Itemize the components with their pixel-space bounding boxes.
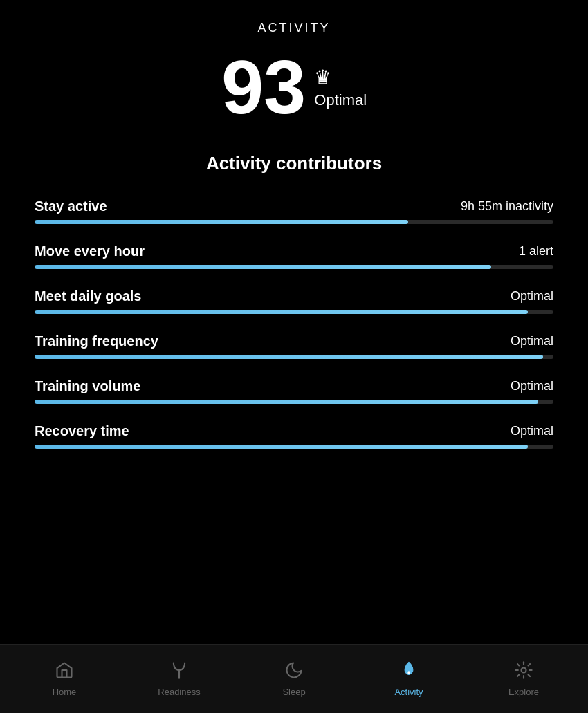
contributor-header: Training frequency Optimal	[35, 333, 553, 349]
crown-icon: ♛	[314, 66, 331, 89]
progress-bar-fill	[35, 220, 408, 224]
contributor-item: Stay active 9h 55m inactivity	[35, 198, 553, 224]
nav-icon-home	[55, 660, 74, 683]
nav-item-activity[interactable]: Activity	[351, 655, 466, 703]
contributor-value: 1 alert	[519, 244, 553, 259]
nav-label: Explore	[508, 687, 539, 697]
score-label: Optimal	[314, 91, 367, 109]
nav-icon-readiness	[169, 660, 189, 683]
page-title: ACTIVITY	[257, 21, 330, 35]
contributor-header: Meet daily goals Optimal	[35, 288, 553, 304]
main-content: ACTIVITY 93 ♛ Optimal Activity contribut…	[0, 0, 588, 644]
progress-bar-fill	[35, 445, 528, 449]
svg-line-8	[517, 675, 519, 676]
contributor-value: Optimal	[511, 334, 553, 349]
contributor-item: Training volume Optimal	[35, 378, 553, 404]
bottom-nav: Home Readiness Sleep Activity Explore	[0, 644, 588, 713]
nav-item-home[interactable]: Home	[7, 655, 122, 703]
progress-bar-bg	[35, 400, 553, 404]
score-meta: ♛ Optimal	[314, 66, 367, 109]
contributor-name: Stay active	[35, 198, 107, 214]
contributor-name: Training volume	[35, 378, 140, 394]
progress-bar-fill	[35, 265, 491, 269]
contributor-name: Training frequency	[35, 333, 158, 349]
contributor-item: Recovery time Optimal	[35, 423, 553, 449]
nav-item-sleep[interactable]: Sleep	[237, 655, 351, 703]
nav-icon-activity	[399, 660, 419, 683]
nav-item-explore[interactable]: Explore	[466, 655, 581, 703]
contributor-value: Optimal	[511, 424, 553, 438]
nav-label: Readiness	[158, 687, 200, 697]
nav-icon-sleep	[284, 660, 304, 683]
score-section: 93 ♛ Optimal	[221, 49, 367, 125]
contributors-list: Stay active 9h 55m inactivity Move every…	[35, 198, 553, 449]
contributor-value: 9h 55m inactivity	[461, 199, 553, 214]
progress-bar-bg	[35, 220, 553, 224]
nav-label: Sleep	[282, 687, 305, 697]
progress-bar-bg	[35, 445, 553, 449]
progress-bar-fill	[35, 400, 538, 404]
progress-bar-fill	[35, 355, 543, 359]
contributor-name: Recovery time	[35, 423, 129, 439]
contributor-name: Move every hour	[35, 243, 145, 259]
nav-icon-explore	[514, 660, 533, 683]
score-number: 93	[221, 49, 306, 125]
svg-line-7	[529, 664, 530, 665]
progress-bar-bg	[35, 355, 553, 359]
progress-bar-fill	[35, 310, 528, 314]
contributor-item: Meet daily goals Optimal	[35, 288, 553, 314]
contributor-header: Stay active 9h 55m inactivity	[35, 198, 553, 214]
contributor-value: Optimal	[511, 289, 553, 304]
nav-label: Activity	[394, 687, 423, 697]
svg-line-5	[517, 664, 519, 665]
contributor-value: Optimal	[511, 379, 553, 393]
contributor-header: Recovery time Optimal	[35, 423, 553, 439]
contributor-header: Move every hour 1 alert	[35, 243, 553, 259]
contributor-name: Meet daily goals	[35, 288, 142, 304]
svg-point-0	[522, 668, 526, 673]
svg-line-6	[529, 675, 530, 676]
contributor-item: Move every hour 1 alert	[35, 243, 553, 269]
nav-item-readiness[interactable]: Readiness	[122, 655, 237, 703]
progress-bar-bg	[35, 310, 553, 314]
contributor-item: Training frequency Optimal	[35, 333, 553, 359]
nav-label: Home	[53, 687, 77, 697]
progress-bar-bg	[35, 265, 553, 269]
contributors-title: Activity contributors	[206, 153, 382, 174]
contributor-header: Training volume Optimal	[35, 378, 553, 394]
